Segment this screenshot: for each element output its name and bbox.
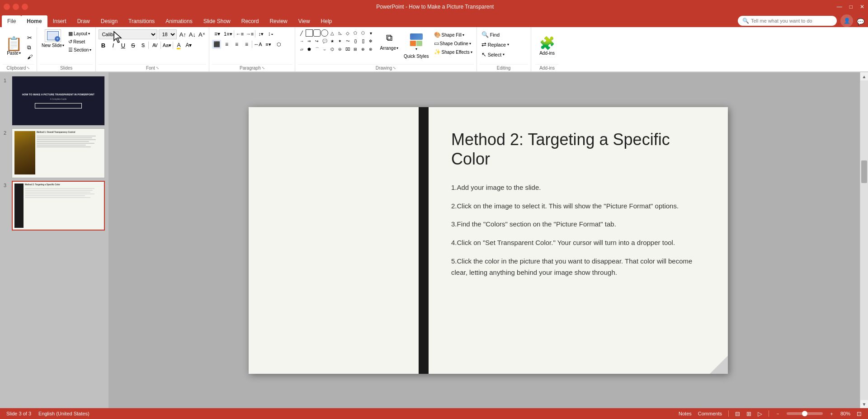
- bullets-button[interactable]: ≡▾: [212, 29, 222, 38]
- shape-rounded-rect-icon[interactable]: [313, 29, 321, 37]
- tab-transitions[interactable]: Transitions: [123, 15, 160, 27]
- search-input[interactable]: [751, 18, 832, 24]
- maximize-button[interactable]: □: [849, 4, 853, 10]
- tab-design[interactable]: Design: [95, 15, 123, 27]
- casing-button[interactable]: Aa▾: [162, 41, 172, 50]
- shrink-font-button[interactable]: A↓: [188, 30, 197, 39]
- window-control-icon[interactable]: [13, 4, 19, 10]
- shape-wave-icon[interactable]: 〜: [344, 38, 351, 45]
- tab-file[interactable]: File: [2, 15, 21, 27]
- paste-dropdown-icon[interactable]: ▾: [19, 51, 21, 55]
- find-button[interactable]: 🔍 Find: [480, 30, 528, 39]
- tab-view[interactable]: View: [293, 15, 316, 27]
- layout-button[interactable]: ▦ Layout ▾: [67, 30, 93, 37]
- slideshow-view-button[interactable]: ▷: [758, 410, 762, 417]
- shape-right-tri-icon[interactable]: ◺: [336, 29, 344, 37]
- fit-slide-button[interactable]: ⊡: [857, 410, 862, 417]
- shape-star2-icon[interactable]: ✦: [336, 38, 344, 45]
- highlight-button[interactable]: A▾: [184, 41, 193, 50]
- align-right-button[interactable]: ≡: [232, 40, 241, 49]
- bold-button[interactable]: B: [99, 41, 108, 50]
- replace-button[interactable]: ⇄ Replace ▾: [480, 40, 528, 49]
- replace-dropdown[interactable]: ▾: [507, 42, 509, 47]
- strikethrough-button[interactable]: S: [128, 41, 137, 50]
- line-spacing-button[interactable]: ↕▾: [256, 29, 265, 38]
- shape-r2-icon[interactable]: ⬟: [306, 46, 313, 53]
- font-expand-icon[interactable]: ⤡: [156, 66, 159, 70]
- cut-button[interactable]: ✂: [26, 33, 34, 42]
- quick-styles-button[interactable]: ▾ Quick Styles: [402, 29, 431, 60]
- shape-r3-icon[interactable]: ⌒: [313, 46, 321, 53]
- justify-button[interactable]: ≡: [242, 40, 251, 49]
- layout-dropdown-icon[interactable]: ▾: [88, 32, 90, 36]
- grow-font-button[interactable]: A↑: [178, 30, 187, 39]
- reading-view-button[interactable]: ⊞: [746, 410, 751, 417]
- section-button[interactable]: ☰ Section ▾: [67, 47, 93, 53]
- shape-outline-dropdown[interactable]: ▾: [469, 42, 471, 46]
- comments-button[interactable]: Comments: [698, 411, 722, 416]
- slide-3-thumbnail[interactable]: Method 2: Targeting a Specific Color: [12, 181, 105, 231]
- shape-brace-icon[interactable]: {}: [352, 38, 359, 45]
- char-spacing-button[interactable]: AV: [150, 41, 160, 50]
- italic-button[interactable]: I: [108, 41, 118, 50]
- columns-button[interactable]: ⫶▾: [266, 29, 275, 38]
- notes-button[interactable]: Notes: [679, 411, 692, 416]
- shape-r8-icon[interactable]: ⊞: [352, 46, 359, 53]
- increase-indent-button[interactable]: →≡: [245, 29, 254, 38]
- shape-triangle-icon[interactable]: △: [329, 29, 336, 37]
- arrange-button[interactable]: ⧉ Arrange ▾: [378, 29, 400, 52]
- shape-r1-icon[interactable]: ▱: [298, 46, 305, 53]
- scroll-up-arrow[interactable]: ▲: [860, 72, 868, 80]
- drawing-expand-icon[interactable]: ⤡: [393, 66, 396, 70]
- align-text-button[interactable]: ≡▾: [263, 40, 273, 49]
- shape-r5-icon[interactable]: ⌬: [329, 46, 336, 53]
- addins-button[interactable]: 🧩 Add-ins: [536, 35, 559, 57]
- shape-effects-button[interactable]: ✨ Shape Effects ▾: [433, 48, 474, 56]
- shape-fill-button[interactable]: 🎨 Shape Fill ▾: [433, 31, 474, 38]
- zoom-out-button[interactable]: －: [775, 410, 780, 417]
- section-dropdown-icon[interactable]: ▾: [90, 48, 91, 52]
- window-control-icon[interactable]: [22, 4, 28, 10]
- align-left-button[interactable]: ⬛: [212, 40, 221, 49]
- shape-r7-icon[interactable]: ⌧: [344, 46, 351, 53]
- decrease-indent-button[interactable]: ←≡: [235, 29, 244, 38]
- clear-format-button[interactable]: Aˣ: [197, 30, 206, 39]
- shape-bend-icon[interactable]: ↪: [313, 38, 321, 45]
- tab-insert[interactable]: Insert: [47, 15, 72, 27]
- underline-button[interactable]: U: [118, 41, 127, 50]
- reset-button[interactable]: ↺ Reset: [67, 38, 93, 45]
- shape-r9-icon[interactable]: ⊕: [359, 46, 367, 53]
- text-direction-button[interactable]: ↔A: [253, 40, 262, 49]
- shape-fill-dropdown[interactable]: ▾: [462, 33, 464, 37]
- minimize-button[interactable]: —: [837, 4, 842, 10]
- normal-view-button[interactable]: ⊟: [735, 410, 740, 417]
- shape-r10-icon[interactable]: ⊗: [367, 46, 374, 53]
- shape-line-icon[interactable]: ╱: [298, 29, 305, 37]
- tab-help[interactable]: Help: [316, 15, 338, 27]
- user-account-button[interactable]: 👤: [840, 14, 853, 27]
- scroll-thumb[interactable]: [861, 160, 867, 183]
- tab-home[interactable]: Home: [21, 15, 47, 27]
- align-center-button[interactable]: ≡: [222, 40, 231, 49]
- shape-hexagon-icon[interactable]: ⬡: [359, 29, 367, 37]
- shape-r6-icon[interactable]: ⊖: [336, 46, 344, 53]
- para-expand-icon[interactable]: ⤡: [262, 66, 265, 70]
- shape-arrow2-icon[interactable]: ⇒: [306, 38, 313, 45]
- zoom-in-button[interactable]: ＋: [829, 410, 834, 417]
- shape-diamond-icon[interactable]: ◇: [344, 29, 351, 37]
- shadow-button[interactable]: S: [138, 41, 147, 50]
- zoom-slider-thumb[interactable]: [802, 411, 807, 416]
- shape-star-icon[interactable]: ★: [329, 38, 336, 45]
- close-button[interactable]: ✕: [860, 4, 864, 10]
- window-control-icon[interactable]: [4, 4, 10, 10]
- shape-star4-icon[interactable]: ✼: [367, 38, 374, 45]
- slide-1-thumbnail[interactable]: HOW TO MAKE A PICTURE TRANSPARENT IN POW…: [12, 76, 105, 126]
- shape-more-icon[interactable]: ▾: [367, 29, 374, 37]
- select-dropdown[interactable]: ▾: [503, 52, 505, 56]
- numbering-button[interactable]: 1≡▾: [223, 29, 233, 38]
- tab-animations[interactable]: Animations: [160, 15, 198, 27]
- select-button[interactable]: ↖ Select ▾: [480, 50, 528, 59]
- font-name-select[interactable]: Calibri: [99, 29, 157, 39]
- shape-bracket-icon[interactable]: []: [359, 38, 367, 45]
- arrange-dropdown-icon[interactable]: ▾: [396, 46, 398, 50]
